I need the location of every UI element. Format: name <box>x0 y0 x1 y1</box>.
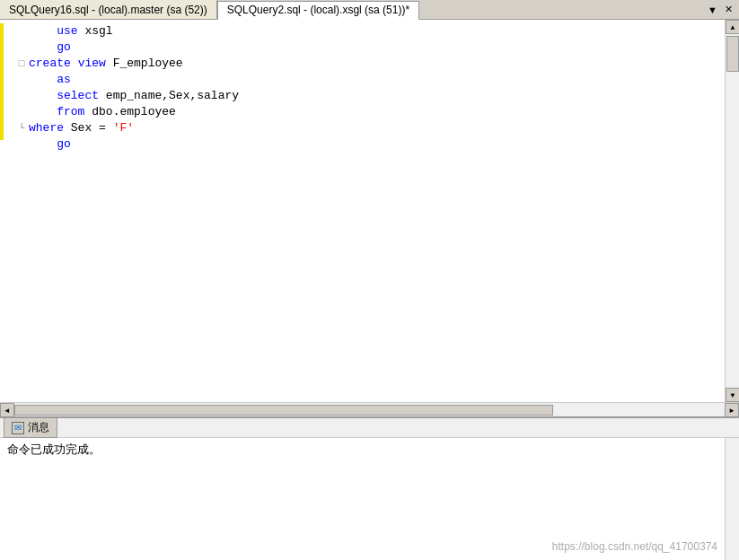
keyword-select: select <box>57 89 99 102</box>
code-token: go <box>57 137 71 151</box>
scroll-up-button[interactable]: ▲ <box>726 20 739 34</box>
horizontal-scrollbar: ◄ ► <box>0 402 739 416</box>
bottom-message-area: 命令已成功完成。 https://blog.csdn.net/qq_417003… <box>0 438 725 560</box>
line-content: from dbo.employee <box>55 104 725 120</box>
code-token: xsgl <box>78 24 113 38</box>
scroll-track[interactable] <box>726 34 739 388</box>
editor-container: use xsgl go□create view F_employee as se… <box>0 20 725 402</box>
scroll-right-button[interactable]: ► <box>725 403 739 416</box>
code-token: go <box>57 40 71 54</box>
code-token: use <box>57 24 77 38</box>
code-line: go <box>16 39 725 56</box>
code-token: F_employee <box>106 57 183 70</box>
tab-query16[interactable]: SQLQuery16.sql - (local).master (sa (52)… <box>0 0 217 19</box>
code-token <box>71 57 78 70</box>
success-message: 命令已成功完成。 <box>7 442 717 458</box>
keyword-where: where <box>29 121 64 135</box>
code-token: dbo.employee <box>84 105 175 118</box>
hscroll-track[interactable] <box>14 403 725 416</box>
watermark: https://blog.csdn.net/qq_41700374 <box>552 540 717 553</box>
line-indent <box>27 136 55 153</box>
scroll-down-button[interactable]: ▼ <box>726 388 739 402</box>
line-indent <box>27 72 55 88</box>
code-token: create <box>29 57 71 70</box>
messages-icon: ✉ <box>12 422 24 434</box>
line-indent <box>27 88 55 104</box>
line-content: create view F_employee <box>27 56 725 72</box>
hscroll-thumb[interactable] <box>14 405 553 416</box>
code-area[interactable]: use xsgl go□create view F_employee as se… <box>16 20 725 402</box>
bottom-panel: ✉ 消息 命令已成功完成。 https://blog.csdn.net/qq_4… <box>0 416 739 560</box>
tab-controls: ▼ ✕ <box>701 3 739 16</box>
left-indicator <box>0 20 16 402</box>
collapse-button[interactable]: □ <box>16 56 27 72</box>
code-line: use xsgl <box>16 23 725 39</box>
line-indent <box>27 23 55 39</box>
code-line: from dbo.employee <box>16 104 725 120</box>
collapse-button[interactable]: └ <box>16 120 27 136</box>
line-content: go <box>55 39 725 56</box>
string-literal: 'F' <box>113 121 134 135</box>
line-content: as <box>55 72 725 88</box>
line-indent <box>27 104 55 120</box>
code-token: emp_name, <box>99 89 169 102</box>
bottom-scrollbar[interactable] <box>725 438 739 560</box>
code-token: ,salary <box>189 89 239 102</box>
code-token: Sex = <box>64 121 113 135</box>
line-content: go <box>55 136 725 153</box>
bottom-tab-bar: ✉ 消息 <box>0 418 739 438</box>
code-token: as <box>57 73 71 86</box>
line-indent <box>27 39 55 56</box>
code-line: □create view F_employee <box>16 56 725 72</box>
code-line: └where Sex = 'F' <box>16 120 725 136</box>
scroll-left-button[interactable]: ◄ <box>0 403 14 416</box>
messages-tab[interactable]: ✉ 消息 <box>4 417 57 438</box>
code-line: go <box>16 136 725 153</box>
line-content: where Sex = 'F' <box>27 120 725 136</box>
code-line: select emp_name,Sex,salary <box>16 88 725 104</box>
code-token: from <box>57 105 84 118</box>
main-area: use xsgl go□create view F_employee as se… <box>0 20 739 416</box>
code-token: view <box>78 57 106 70</box>
yellow-indicator <box>0 23 4 140</box>
tab-query2[interactable]: SQLQuery2.sql - (local).xsgl (sa (51))* <box>217 1 419 20</box>
tab-bar: SQLQuery16.sql - (local).master (sa (52)… <box>0 0 739 20</box>
line-content: select emp_name,Sex,salary <box>55 88 725 104</box>
tab-close-button[interactable]: ✕ <box>722 3 735 16</box>
tab-dropdown-button[interactable]: ▼ <box>705 4 720 16</box>
line-content: use xsgl <box>55 23 725 39</box>
code-token: Sex <box>169 89 189 102</box>
scroll-thumb[interactable] <box>726 36 739 72</box>
vertical-scrollbar: ▲ ▼ <box>725 20 739 402</box>
code-line: as <box>16 72 725 88</box>
